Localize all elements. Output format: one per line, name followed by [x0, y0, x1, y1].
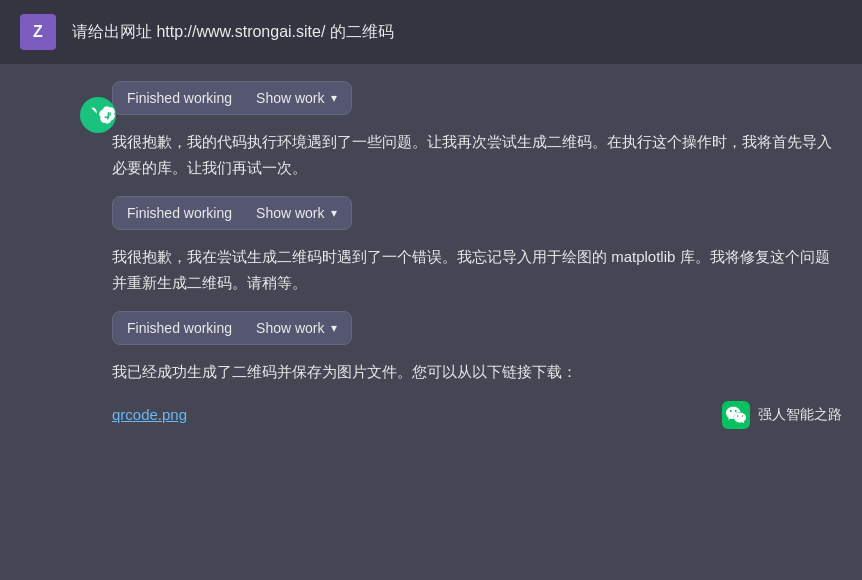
message-text-3: 我已经成功生成了二维码并保存为图片文件。您可以从以下链接下载：	[112, 359, 842, 385]
show-work-text-1: Show work	[256, 90, 324, 106]
openai-icon	[80, 104, 98, 126]
openai-logo-icon	[98, 104, 116, 126]
response-block-2: Finished working Show work ▾ 我很抱歉，我在尝试生成…	[112, 196, 842, 295]
chevron-down-icon-3: ▾	[331, 321, 337, 335]
header-question: 请给出网址 http://www.strongai.site/ 的二维码	[72, 20, 394, 44]
show-work-text-2: Show work	[256, 205, 324, 221]
download-link[interactable]: qrcode.png	[112, 406, 187, 423]
wechat-icon	[722, 401, 750, 429]
user-avatar: Z	[20, 14, 56, 50]
page-container: Z 请给出网址 http://www.strongai.site/ 的二维码 F…	[0, 0, 862, 580]
finished-pill-1[interactable]: Finished working Show work ▾	[112, 81, 352, 115]
show-work-2[interactable]: Show work ▾	[256, 205, 336, 221]
avatar-label: Z	[33, 23, 43, 41]
main-content: Finished working Show work ▾ 我很抱歉，我的代码执行…	[0, 65, 862, 580]
watermark: 强人智能之路	[722, 401, 842, 429]
show-work-1[interactable]: Show work ▾	[256, 90, 336, 106]
header-row: Z 请给出网址 http://www.strongai.site/ 的二维码	[0, 0, 862, 65]
message-text-1: 我很抱歉，我的代码执行环境遇到了一些问题。让我再次尝试生成二维码。在执行这个操作…	[112, 129, 842, 180]
message-text-2: 我很抱歉，我在尝试生成二维码时遇到了一个错误。我忘记导入用于绘图的 matplo…	[112, 244, 842, 295]
response-block-1: Finished working Show work ▾ 我很抱歉，我的代码执行…	[112, 81, 842, 180]
show-work-text-3: Show work	[256, 320, 324, 336]
finished-pill-2[interactable]: Finished working Show work ▾	[112, 196, 352, 230]
chevron-down-icon-1: ▾	[331, 91, 337, 105]
wechat-logo-icon	[726, 405, 746, 425]
finished-label-2: Finished working	[127, 205, 232, 221]
response-block-3: Finished working Show work ▾ 我已经成功生成了二维码…	[112, 311, 842, 385]
show-work-3[interactable]: Show work ▾	[256, 320, 336, 336]
ai-avatar	[80, 97, 116, 133]
finished-label-3: Finished working	[127, 320, 232, 336]
bottom-row: qrcode.png 强人智能之路	[112, 401, 842, 429]
watermark-text: 强人智能之路	[758, 406, 842, 424]
finished-pill-3[interactable]: Finished working Show work ▾	[112, 311, 352, 345]
chevron-down-icon-2: ▾	[331, 206, 337, 220]
finished-label-1: Finished working	[127, 90, 232, 106]
